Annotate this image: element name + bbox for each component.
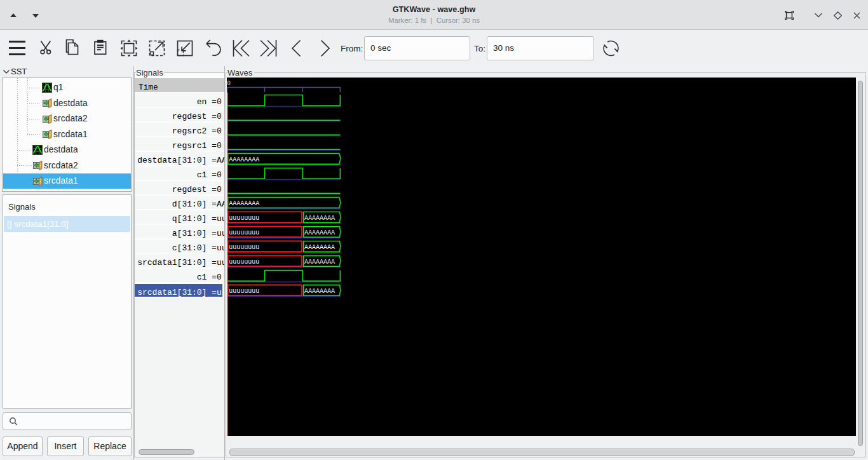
- svg-text:uuuuuuuu: uuuuuuuu: [229, 288, 259, 295]
- svg-text:uuuuuuuu: uuuuuuuu: [229, 229, 259, 236]
- svg-text:AAAAAAAA: AAAAAAAA: [304, 244, 335, 251]
- svg-text:AAAAAAAA: AAAAAAAA: [304, 229, 335, 236]
- svg-text:AAAAAAAA: AAAAAAAA: [304, 215, 335, 222]
- svg-text:AAAAAAAA: AAAAAAAA: [304, 288, 335, 295]
- svg-text:AAAAAAAA: AAAAAAAA: [229, 200, 259, 207]
- svg-text:uuuuuuuu: uuuuuuuu: [229, 244, 259, 251]
- svg-text:0: 0: [227, 80, 231, 87]
- svg-text:AAAAAAAA: AAAAAAAA: [229, 156, 259, 163]
- svg-text:uuuuuuuu: uuuuuuuu: [229, 215, 259, 222]
- svg-text:AAAAAAAA: AAAAAAAA: [304, 259, 335, 266]
- svg-text:uuuuuuuu: uuuuuuuu: [229, 259, 259, 266]
